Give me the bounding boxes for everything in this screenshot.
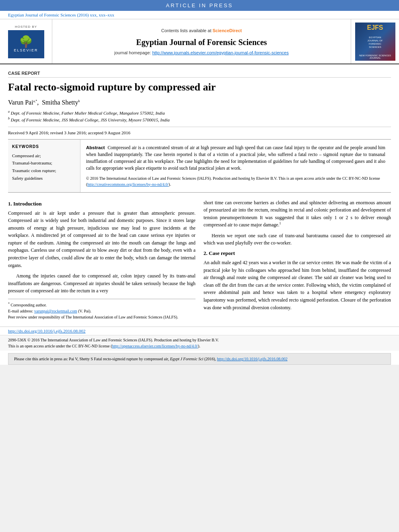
article-content: CASE REPORT Fatal recto-sigmoid rupture … [0,64,399,327]
col-left: 1. Introduction Compressed air is air ke… [8,199,195,320]
cc-link[interactable]: http://creativecommons.org/licenses/by-n… [87,182,169,187]
article-title: Fatal recto-sigmoid rupture by compresse… [8,81,391,93]
footnote-2: E-mail address: varunpai@rocketmail.com … [8,308,195,314]
footnote-3: Peer review under responsibility of The … [8,314,195,320]
sciencedirect-link[interactable]: ScienceDirect [213,28,242,33]
section2-heading: 2. Case report [204,250,391,257]
keywords-heading: KEYWORDS [12,144,76,149]
keyword-4: Safety guidelines [12,175,76,182]
abstract-label: Abstract [86,145,105,150]
header-center: Contents lists available at ScienceDirec… [52,19,351,64]
cite-link[interactable]: http://dx.doi.org/10.1016/j.ejfs.2016.08… [217,357,288,361]
issn-line2: This is an open access article under the… [8,343,391,349]
copyright-suffix: ). [169,182,171,187]
header-right: EJFS EGYPTIANJOURNAL OFFORENSICSCIENCES … [351,19,399,64]
journal-homepage-label: journal homepage: [114,50,151,55]
elsevier-logo: HOSTED BY 🌳 ELSEVIER [0,19,52,64]
case-para: An adult male aged 42 years was a worker… [204,259,391,311]
author-1-name: Varun Pai [8,99,33,106]
right-para1: short time can overcome barriers as clot… [204,199,391,229]
section1-heading: 1. Introduction [8,201,195,207]
contents-label: Contents lists available at [161,28,212,33]
journal-logo-box: EJFS EGYPTIANJOURNAL OFFORENSICSCIENCES … [355,23,395,61]
author-2-sup: b [78,99,80,103]
journal-homepage-link[interactable]: http://www.journals.elsevier.com/egyptia… [152,50,288,55]
header-area: HOSTED BY 🌳 ELSEVIER Contents lists avai… [0,19,399,64]
cite-bar: Please cite this article in press as: Pa… [8,353,391,365]
footnote-area: * Corresponding author. E-mail address: … [8,299,195,320]
footnote-1: * Corresponding author. [8,302,195,308]
keywords-col: KEYWORDS Compressed air; Transanal-barot… [8,140,80,192]
abstract-section: KEYWORDS Compressed air; Transanal-barot… [8,139,391,193]
journal-link-bar: Egyptian Journal of Forensic Sciences (2… [0,11,399,19]
keyword-3: Traumatic colon rupture; [12,167,76,175]
elsevier-tree-icon: 🌳 [19,36,33,47]
copyright-text: © 2016 The International Association of … [86,175,385,187]
intro-para1: Compressed air is air kept under a press… [8,210,195,269]
keyword-1: Compressed air; [12,152,76,160]
article-in-press-text: ARTICLE IN PRESS [166,2,233,8]
email-link[interactable]: varunpai@rocketmail.com [34,309,77,313]
elsevier-name-text: ELSEVIER [14,48,38,52]
hosted-by-label: HOSTED BY [15,25,37,29]
abstract-col: Abstract Compressed air is a concentrate… [80,140,391,192]
keywords-list: Compressed air; Transanal-barotrauma; Tr… [12,152,76,182]
logo-tagline: NEW FORENSIC SCIENCES JOURNAL [357,54,394,59]
intro-para2: Among the injuries caused due to compres… [8,272,195,295]
journal-title-header: Egyptian Journal of Forensic Sciences [136,38,267,47]
ref-super-1: 1 [280,222,281,225]
doi-bar: http://dx.doi.org/10.1016/j.ejfs.2016.08… [0,327,399,335]
affil-b: b Dept. of Forensic Medicine, JSS Medica… [8,116,391,123]
affiliations: a Dept. of Forensic Medicine, Father Mul… [8,109,391,123]
elsevier-box: 🌳 ELSEVIER [8,30,44,58]
journal-link-text: Egyptian Journal of Forensic Sciences (2… [8,12,114,17]
received-line: Received 9 April 2016; revised 3 June 20… [8,127,391,135]
cite-prefix: Please cite this article in press as: Pa… [14,357,217,361]
body-columns: 1. Introduction Compressed air is air ke… [8,199,391,320]
logo-full-name: EGYPTIANJOURNAL OFFORENSICSCIENCES [368,36,383,49]
abstract-body: Compressed air is a concentrated stream … [86,145,385,171]
issn-cc-link[interactable]: http://openaccess.elsevier.com/licenses/… [112,344,198,348]
col-right: short time can overcome barriers as clot… [204,199,391,320]
affil-a: a Dept. of Forensic Medicine, Father Mul… [8,109,391,116]
doi-link[interactable]: http://dx.doi.org/10.1016/j.ejfs.2016.08… [8,329,86,333]
logo-ejfs-abbr: EJFS [367,24,383,31]
journal-homepage-line: journal homepage: http://www.journals.el… [114,50,289,55]
right-para2: Herein we report one such case of trans-… [204,232,391,247]
sciencedirect-line: Contents lists available at ScienceDirec… [161,28,242,33]
issn-line1: 2090-536X © 2016 The International Assoc… [8,337,391,343]
issn-bar: 2090-536X © 2016 The International Assoc… [0,335,399,351]
page-wrapper: ARTICLE IN PRESS Egyptian Journal of For… [0,0,399,365]
author-1-sup: a,* [33,99,37,103]
abstract-text: Abstract Compressed air is a concentrate… [86,144,385,172]
article-in-press-banner: ARTICLE IN PRESS [0,0,399,11]
article-type-label: CASE REPORT [8,71,391,78]
author-2-name: Smitha Shetty [42,99,78,106]
keyword-2: Transanal-barotrauma; [12,159,76,167]
authors-line: Varun Paia,*, Smitha Shettyb [8,99,391,106]
